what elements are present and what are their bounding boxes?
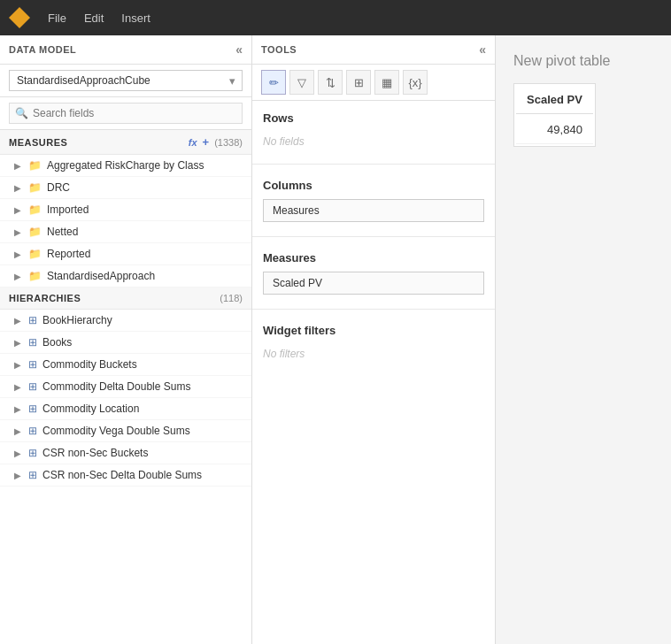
folder-icon: 📁 [28, 181, 42, 194]
main-container: DATA MODEL « StandardisedApproachCube 🔍 … [0, 35, 671, 644]
list-item[interactable]: ▶ ⊞ BookHierarchy [0, 310, 251, 332]
add-measure-icon[interactable]: + [203, 135, 210, 149]
pivot-measures-title: Measures [263, 251, 484, 264]
list-item[interactable]: ▶ 📁 Reported [0, 243, 251, 265]
expand-arrow: ▶ [14, 338, 23, 348]
list-item[interactable]: ▶ 📁 Aggregated RiskCharge by Class [0, 155, 251, 177]
folder-icon: 📁 [28, 248, 42, 260]
widget-filters-section: Widget filters No filters [252, 313, 495, 372]
hierarchy-icon: ⊞ [28, 380, 37, 393]
item-label: CSR non-Sec Buckets [42, 447, 148, 459]
item-label: Commodity Location [42, 402, 139, 415]
pivot-measures-section: Measures Scaled PV [252, 241, 495, 305]
sort-icon: ⇅ [326, 76, 336, 89]
item-label: Commodity Delta Double Sums [42, 380, 190, 393]
tools-collapse[interactable]: « [479, 42, 486, 57]
list-item[interactable]: ▶ ⊞ Commodity Buckets [0, 354, 251, 376]
hierarchies-section: HIERARCHIES (118) ▶ ⊞ BookHierarchy ▶ ⊞ [0, 288, 251, 644]
hierarchy-icon: ⊞ [28, 469, 37, 481]
menu-file[interactable]: File [48, 12, 66, 25]
expand-arrow: ▶ [14, 161, 23, 171]
item-label: Imported [47, 203, 89, 216]
list-item[interactable]: ▶ ⊞ Commodity Vega Double Sums [0, 420, 251, 442]
search-icon: 🔍 [15, 107, 28, 119]
hierarchy-icon: ⊞ [28, 336, 37, 349]
list-item[interactable]: ▶ 📁 StandardisedApproach [0, 265, 251, 288]
code-toolbar-btn[interactable]: {x} [403, 70, 428, 95]
item-label: CSR non-Sec Delta Double Sums [42, 469, 202, 481]
tools-content: Rows No fields Columns Measures Measures… [252, 101, 495, 644]
edit-icon: ✏ [269, 76, 279, 89]
hierarchy-icon: ⊞ [28, 358, 37, 371]
code-icon: {x} [408, 76, 421, 89]
hierarchies-count: (118) [220, 293, 243, 303]
columns-section: Columns Measures [252, 168, 495, 233]
rows-section: Rows No fields [252, 101, 495, 160]
no-filters-label: No filters [263, 344, 484, 367]
list-item[interactable]: ▶ ⊞ CSR non-Sec Buckets [0, 442, 251, 464]
expand-toolbar-btn[interactable]: ⊞ [346, 70, 371, 95]
hierarchies-title: HIERARCHIES [9, 293, 81, 303]
hierarchies-scroll[interactable]: ▶ ⊞ BookHierarchy ▶ ⊞ Books ▶ ⊞ Comm [0, 310, 251, 644]
list-item[interactable]: ▶ 📁 DRC [0, 177, 251, 199]
expand-arrow: ▶ [14, 448, 23, 458]
expand-arrow: ▶ [14, 404, 23, 414]
expand-arrow: ▶ [14, 249, 23, 259]
list-item[interactable]: ▶ ⊞ CSR non-Sec Delta Double Sums [0, 464, 251, 487]
expand-arrow: ▶ [14, 426, 23, 436]
list-item[interactable]: ▶ 📁 Netted [0, 221, 251, 243]
expand-arrow: ▶ [14, 205, 23, 215]
filter-toolbar-btn[interactable]: ▽ [289, 70, 314, 95]
hierarchies-list-wrapper: ▶ ⊞ BookHierarchy ▶ ⊞ Books ▶ ⊞ Comm [0, 310, 251, 644]
measures-section: MEASURES fx + (1338) ▶ 📁 Aggregated Risk… [0, 130, 251, 288]
tools-title: TOOLS [261, 44, 297, 55]
data-model-title: DATA MODEL [9, 44, 76, 55]
item-label: Netted [47, 226, 78, 238]
grid-icon: ▦ [382, 76, 392, 89]
measures-field-chip[interactable]: Scaled PV [263, 272, 484, 295]
app-logo [9, 7, 30, 28]
cube-selector-dropdown[interactable]: StandardisedApproachCube [9, 70, 243, 91]
item-label: StandardisedApproach [47, 270, 155, 282]
expand-arrow: ▶ [14, 183, 23, 193]
search-input[interactable] [9, 103, 243, 124]
no-fields-label: No fields [263, 132, 484, 155]
hierarchy-icon: ⊞ [28, 425, 37, 437]
expand-arrow: ▶ [14, 227, 23, 237]
list-item[interactable]: ▶ ⊞ Commodity Location [0, 398, 251, 420]
measures-list: ▶ 📁 Aggregated RiskCharge by Class ▶ 📁 D… [0, 155, 251, 288]
pivot-table-header: Scaled PV [516, 86, 593, 114]
measures-title: MEASURES [9, 137, 67, 148]
grid-toolbar-btn[interactable]: ▦ [374, 70, 399, 95]
columns-field-chip[interactable]: Measures [263, 199, 484, 222]
menu-insert[interactable]: Insert [121, 12, 150, 25]
menu-edit[interactable]: Edit [84, 12, 104, 25]
item-label: DRC [47, 181, 70, 194]
folder-icon: 📁 [28, 159, 42, 172]
widget-filters-title: Widget filters [263, 324, 484, 337]
hierarchies-header: HIERARCHIES (118) [0, 288, 251, 310]
item-label: Commodity Vega Double Sums [42, 425, 190, 437]
pivot-preview-title: New pivot table [513, 53, 653, 69]
expand-arrow: ▶ [14, 382, 23, 392]
top-nav: File Edit Insert [0, 0, 671, 35]
pivot-table: Scaled PV 49,840 [513, 83, 596, 147]
item-label: Aggregated RiskCharge by Class [47, 159, 204, 172]
list-item[interactable]: ▶ 📁 Imported [0, 199, 251, 221]
expand-icon: ⊞ [354, 76, 364, 89]
tools-panel: TOOLS « ✏ ▽ ⇅ ⊞ ▦ {x} [252, 35, 496, 644]
list-item[interactable]: ▶ ⊞ Books [0, 332, 251, 354]
data-model-collapse[interactable]: « [235, 42, 243, 57]
right-panel: New pivot table Scaled PV 49,840 [496, 35, 671, 644]
sort-toolbar-btn[interactable]: ⇅ [318, 70, 343, 95]
folder-icon: 📁 [28, 203, 42, 216]
expand-arrow: ▶ [14, 272, 23, 281]
list-item[interactable]: ▶ ⊞ Commodity Delta Double Sums [0, 376, 251, 398]
edit-toolbar-btn[interactable]: ✏ [261, 70, 286, 95]
item-label: Reported [47, 248, 90, 260]
measures-header: MEASURES fx + (1338) [0, 130, 251, 155]
expand-arrow: ▶ [14, 471, 23, 480]
filter-icon: ▽ [297, 76, 306, 89]
hierarchies-list: ▶ ⊞ BookHierarchy ▶ ⊞ Books ▶ ⊞ Comm [0, 310, 251, 487]
fx-icon[interactable]: fx [189, 137, 197, 148]
